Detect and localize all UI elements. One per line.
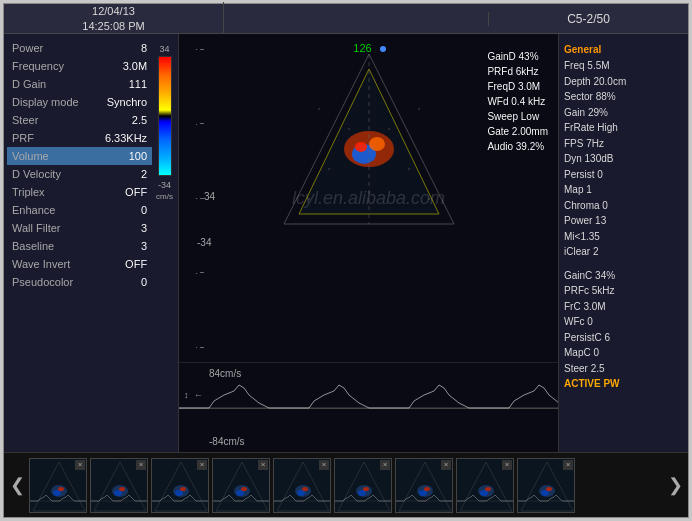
thumbnails-bar: ❮ × — [4, 452, 688, 517]
thumb-close-0[interactable]: × — [75, 460, 85, 470]
thumb-close-3[interactable]: × — [258, 460, 268, 470]
thumbnail-5[interactable]: × — [334, 458, 392, 513]
scale-tick-3: · — [195, 193, 204, 203]
rp-dyn: Dyn 130dB — [564, 151, 683, 167]
param-row-baseline[interactable]: Baseline3 — [7, 237, 152, 255]
rp-persistc: PersistC 6 — [564, 330, 683, 346]
doppler-waveform-svg: ↕ ← — [179, 363, 558, 452]
svg-point-70 — [546, 487, 552, 491]
param-row-steer[interactable]: Steer2.5 — [7, 111, 152, 129]
svg-point-11 — [328, 168, 330, 170]
svg-point-10 — [418, 108, 420, 110]
colorbar-top-label: 34 — [160, 44, 170, 54]
svg-point-46 — [302, 487, 308, 491]
thumbnail-4[interactable]: × — [273, 458, 331, 513]
header-bar: 12/04/13 14:25:08 PM C5-2/50 — [4, 4, 688, 34]
thumb-close-1[interactable]: × — [136, 460, 146, 470]
param-row-power[interactable]: Power8 — [7, 39, 152, 57]
param-row-frequency[interactable]: Frequency3.0M — [7, 57, 152, 75]
thumbnail-3[interactable]: × — [212, 458, 270, 513]
svg-text:↕: ↕ — [184, 390, 189, 400]
param-row-enhance[interactable]: Enhance0 — [7, 201, 152, 219]
param-audio: Audio 39.2% — [487, 139, 548, 154]
thumb-close-6[interactable]: × — [441, 460, 451, 470]
svg-point-64 — [485, 487, 491, 491]
svg-point-34 — [180, 487, 186, 491]
svg-point-5 — [355, 142, 367, 152]
thumbnail-0[interactable]: × — [29, 458, 87, 513]
param-row-volume[interactable]: Volume100 — [7, 147, 152, 165]
svg-point-57 — [419, 490, 427, 496]
thumb-close-4[interactable]: × — [319, 460, 329, 470]
rp-active-pw: ACTIVE PW — [564, 376, 683, 392]
scale-34-label: 34 — [204, 191, 215, 202]
param-row-wave-invert[interactable]: Wave InvertOFF — [7, 255, 152, 273]
colorbar-unit: cm/s — [156, 192, 173, 201]
param-gate: Gate 2.00mm — [487, 124, 548, 139]
svg-point-63 — [480, 490, 488, 496]
rp-power: Power 13 — [564, 213, 683, 229]
param-row-triplex[interactable]: TriplexOFF — [7, 183, 152, 201]
svg-point-22 — [58, 487, 64, 491]
param-row-d-velocity[interactable]: D Velocity2 — [7, 165, 152, 183]
right-panel: General Freq 5.5M Depth 20.0cm Sector 88… — [558, 34, 688, 452]
thumb-close-7[interactable]: × — [502, 460, 512, 470]
rp-freq: Freq 5.5M — [564, 58, 683, 74]
svg-point-9 — [388, 128, 390, 130]
thumb-close-5[interactable]: × — [380, 460, 390, 470]
svg-point-33 — [175, 490, 183, 496]
watermark: lcyl.en.alibaba.com — [292, 188, 445, 209]
scale-tick-5: · — [195, 342, 204, 352]
param-row-display-mode[interactable]: Display modeSynchro — [7, 93, 152, 111]
center-area: · · · · · 34 -34 126 — [179, 34, 558, 452]
param-gaind: GainD 43% — [487, 49, 548, 64]
param-wfd: WFd 0.4 kHz — [487, 94, 548, 109]
rp-persist: Persist 0 — [564, 167, 683, 183]
scale-bar: · · · · · — [184, 44, 204, 352]
color-params-list: GainC 34% PRFc 5kHz FrC 3.0M WFc 0 Persi… — [564, 268, 683, 392]
rp-fps: FPS 7Hz — [564, 136, 683, 152]
svg-point-7 — [318, 108, 320, 110]
svg-point-69 — [541, 490, 549, 496]
scale-tick-2: · — [195, 119, 204, 129]
thumb-close-2[interactable]: × — [197, 460, 207, 470]
thumbnail-6[interactable]: × — [395, 458, 453, 513]
rp-wfc: WFc 0 — [564, 314, 683, 330]
thumbnail-2[interactable]: × — [151, 458, 209, 513]
left-panel-main: Power8Frequency3.0MD Gain111Display mode… — [7, 39, 175, 291]
thumbnail-1[interactable]: × — [90, 458, 148, 513]
svg-point-58 — [424, 487, 430, 491]
scale-tick-top: · — [195, 44, 204, 54]
rp-frrate: FrRate High — [564, 120, 683, 136]
main-content: Power8Frequency3.0MD Gain111Display mode… — [4, 34, 688, 452]
general-params-list: Freq 5.5M Depth 20.0cm Sector 88% Gain 2… — [564, 58, 683, 260]
nav-left-arrow[interactable]: ❮ — [7, 458, 27, 513]
header-probe: C5-2/50 — [488, 12, 688, 26]
rp-prfc: PRFc 5kHz — [564, 283, 683, 299]
param-prfd: PRFd 6kHz — [487, 64, 548, 79]
general-section-header: General — [564, 44, 683, 55]
rp-chroma: Chroma 0 — [564, 198, 683, 214]
svg-point-45 — [297, 490, 305, 496]
nav-right-arrow[interactable]: ❯ — [665, 458, 685, 513]
param-row-d-gain[interactable]: D Gain111 — [7, 75, 152, 93]
param-row-prf[interactable]: PRF6.33KHz — [7, 129, 152, 147]
svg-point-27 — [114, 490, 122, 496]
rp-iclear: iClear 2 — [564, 244, 683, 260]
params-column: Power8Frequency3.0MD Gain111Display mode… — [7, 39, 152, 291]
ultrasound-display: · · · · · 34 -34 126 — [179, 34, 558, 362]
colorbar-column: 34 -34 cm/s — [154, 39, 175, 291]
param-row-wall-filter[interactable]: Wall Filter3 — [7, 219, 152, 237]
svg-point-39 — [236, 490, 244, 496]
thumbnails-container: × × × — [4, 455, 600, 515]
rp-mi: Mi<1.35 — [564, 229, 683, 245]
thumbnail-8[interactable]: × — [517, 458, 575, 513]
svg-text:←: ← — [194, 390, 203, 400]
scale-minus34-label: -34 — [197, 237, 211, 248]
svg-point-8 — [348, 128, 350, 130]
svg-point-28 — [119, 487, 125, 491]
color-gradient-bar — [158, 56, 172, 176]
param-row-pseudocolor[interactable]: Pseudocolor0 — [7, 273, 152, 291]
thumbnail-7[interactable]: × — [456, 458, 514, 513]
thumb-close-8[interactable]: × — [563, 460, 573, 470]
